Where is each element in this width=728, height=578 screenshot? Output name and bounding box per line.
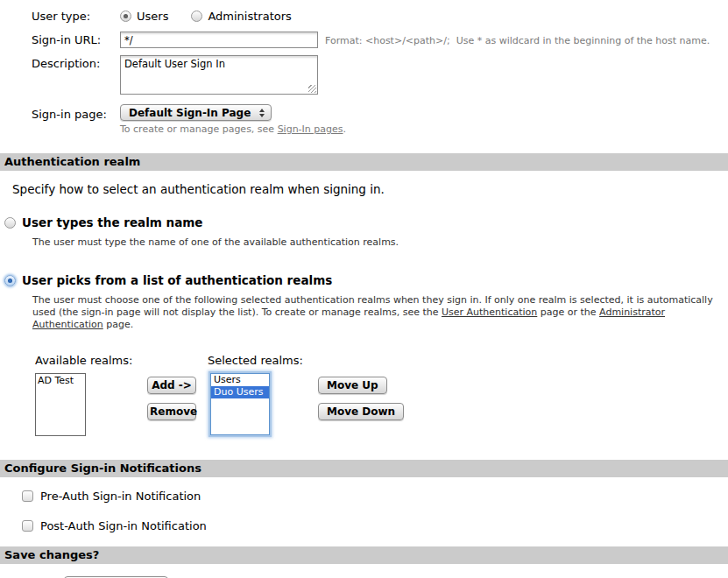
sign-in-pages-link[interactable]: Sign-In pages xyxy=(278,123,343,135)
description-textarea-wrap: Default User Sign In xyxy=(120,55,318,95)
description-textarea[interactable]: Default User Sign In xyxy=(120,55,318,95)
move-down-button[interactable]: Move Down xyxy=(318,403,404,420)
pick-desc-end: page. xyxy=(103,319,133,330)
option-user-types-realm-label: User types the realm name xyxy=(22,215,203,229)
realm-picker-area: Available realms: AD Test Add -> Remove … xyxy=(35,354,728,436)
add-button[interactable]: Add -> xyxy=(147,377,196,394)
user-type-label: User type: xyxy=(0,10,120,23)
option-user-types-realm-description: The user must type the name of one of th… xyxy=(32,236,728,249)
select-stepper-icon xyxy=(259,109,265,117)
hint-text: To create or manage pages, see xyxy=(120,123,278,135)
post-auth-checkbox[interactable] xyxy=(22,520,33,532)
sign-in-page-select[interactable]: Default Sign-In Page xyxy=(120,104,272,121)
radio-users-label: Users xyxy=(137,10,168,23)
remove-button[interactable]: Remove xyxy=(147,403,196,420)
available-realms-listbox[interactable]: AD Test xyxy=(35,373,86,436)
sign-in-page-label: Sign-in page: xyxy=(0,104,120,121)
radio-user-picks-realm[interactable] xyxy=(4,275,16,286)
option-user-types-realm[interactable]: User types the realm name xyxy=(4,215,728,229)
radio-users[interactable] xyxy=(120,11,131,22)
pre-auth-checkbox-label: Pre-Auth Sign-in Notification xyxy=(40,490,201,503)
sign-in-page-selected-value: Default Sign-In Page xyxy=(129,107,251,119)
description-label: Description: xyxy=(0,55,120,70)
selected-realms-column: Selected realms: Users Duo Users xyxy=(208,354,318,436)
radio-administrators[interactable] xyxy=(191,11,202,22)
policy-form: User type: Users Administrators Sign-in … xyxy=(0,0,728,135)
section-header-notifications: Configure Sign-in Notifications xyxy=(0,460,728,477)
description-row: Description: Default User Sign In xyxy=(0,55,728,95)
hint-suffix: . xyxy=(343,123,347,135)
sign-in-page-hint: To create or manage pages, see Sign-In p… xyxy=(120,123,346,135)
realm-intro-text: Specify how to select an authentication … xyxy=(12,182,728,196)
radio-user-types-realm[interactable] xyxy=(4,217,16,229)
user-type-row: User type: Users Administrators xyxy=(0,10,728,23)
selected-realms-listbox[interactable]: Users Duo Users xyxy=(210,373,270,435)
pre-auth-notification-row: Pre-Auth Sign-in Notification xyxy=(22,490,728,503)
pick-desc-mid: page or the xyxy=(537,307,599,318)
list-item-selected[interactable]: Duo Users xyxy=(211,386,269,398)
sign-in-url-label: Sign-in URL: xyxy=(0,32,120,46)
option-user-picks-realm[interactable]: User picks from a list of authentication… xyxy=(4,273,728,287)
sign-in-policy-page: User type: Users Administrators Sign-in … xyxy=(0,0,728,578)
radio-administrators-label: Administrators xyxy=(208,10,291,23)
resize-handle-icon[interactable] xyxy=(308,85,316,93)
url-format-hint: Format: <host>/<path>/; Use * as wildcar… xyxy=(325,32,710,46)
list-item[interactable]: Users xyxy=(211,374,269,386)
available-realms-column: Available realms: AD Test xyxy=(35,354,147,436)
selected-realms-label: Selected realms: xyxy=(208,354,318,367)
option-user-picks-realm-label: User picks from a list of authentication… xyxy=(22,273,332,287)
post-auth-notification-row: Post-Auth Sign-in Notification xyxy=(22,519,728,532)
section-header-save-changes: Save changes? xyxy=(0,546,728,564)
available-realms-label: Available realms: xyxy=(35,354,147,367)
section-header-authentication-realm: Authentication realm xyxy=(0,153,728,171)
sign-in-page-field: Default Sign-In Page To create or manage… xyxy=(120,104,346,135)
sign-in-page-row: Sign-in page: Default Sign-In Page To cr… xyxy=(0,104,728,135)
list-item[interactable]: AD Test xyxy=(36,374,85,386)
user-authentication-link[interactable]: User Authentication xyxy=(442,307,537,318)
move-buttons-column: Move Up Move Down xyxy=(318,354,404,436)
post-auth-checkbox-label: Post-Auth Sign-in Notification xyxy=(40,519,207,532)
sign-in-url-row: Sign-in URL: Format: <host>/<path>/; Use… xyxy=(0,32,728,48)
option-user-picks-realm-description: The user must choose one of the followin… xyxy=(32,294,726,331)
add-remove-column: Add -> Remove xyxy=(147,354,196,436)
pre-auth-checkbox[interactable] xyxy=(22,490,33,502)
sign-in-url-input[interactable] xyxy=(120,32,318,48)
move-up-button[interactable]: Move Up xyxy=(318,377,387,394)
user-type-radio-group: Users Administrators xyxy=(120,10,292,23)
